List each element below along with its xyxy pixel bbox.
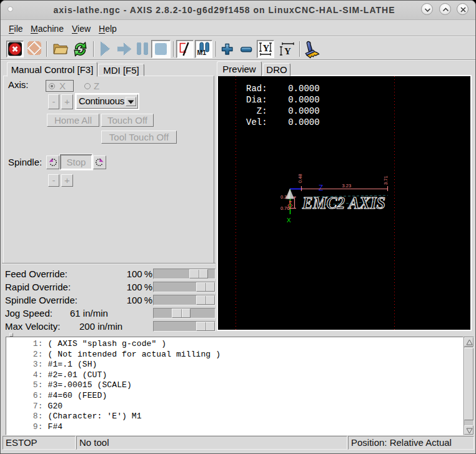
svg-text:M1: M1 [197,49,207,56]
svg-text:0.76: 0.76 [280,205,290,211]
svg-text:AXIS: AXIS [347,194,385,212]
svg-text:X: X [287,217,291,224]
svg-text:Y: Y [284,46,291,56]
svg-text:0.48: 0.48 [297,174,303,183]
svg-text:3.71: 3.71 [383,175,389,185]
svg-text:Y: Y [263,43,270,53]
svg-text:3.23: 3.23 [342,183,352,189]
svg-text:EMC2: EMC2 [302,194,345,212]
